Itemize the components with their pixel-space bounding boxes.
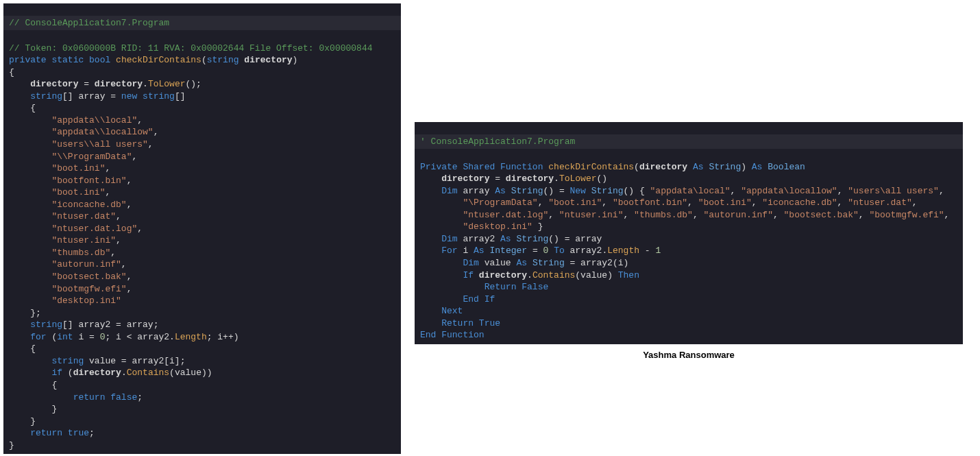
type: string — [30, 91, 62, 101]
string-literal: "bootfont.bin" — [613, 197, 687, 208]
string-literal: "\\ProgramData" — [51, 152, 132, 162]
string-literal: "boot.ini" — [698, 197, 752, 208]
string-literal: "ntuser.dat" — [848, 197, 912, 208]
string-literal: "ntuser.dat.log" — [51, 224, 137, 234]
method: ToLower — [148, 79, 186, 89]
string-literal: "autorun.inf" — [51, 259, 121, 269]
function-name: checkDirContains — [116, 55, 201, 65]
number: 1 — [655, 245, 661, 256]
number: 0 — [543, 245, 549, 256]
string-literal: "desktop.ini" — [51, 296, 121, 306]
keyword: New — [570, 186, 586, 196]
string-literal: "autorun.inf" — [704, 210, 773, 220]
keyword: False — [522, 282, 548, 292]
keyword: false — [110, 392, 137, 403]
identifier: directory — [30, 79, 78, 89]
property: Length — [175, 332, 207, 342]
yashma-caption: Yashma Ransomware — [415, 350, 963, 360]
function-name: checkDirContains — [548, 162, 634, 172]
code-comment: ' ConsoleApplication7.Program — [420, 136, 575, 147]
string-literal: "bootsect.bak" — [51, 272, 126, 282]
method: Contains — [127, 368, 169, 378]
string-literal: "desktop.ini" — [463, 221, 532, 232]
string-literal: "appdata\local" — [650, 186, 731, 196]
string-literal: "appdata\locallow" — [741, 186, 837, 196]
keyword: End — [463, 294, 478, 304]
code-comment: // Token: 0x0600000B RID: 11 RVA: 0x0000… — [9, 43, 373, 53]
type: string — [207, 55, 239, 65]
string-literal: "ntuser.ini" — [559, 210, 624, 220]
string-literal: "users\\all users" — [51, 139, 147, 149]
keyword: for — [30, 332, 46, 342]
string-literal: "thumbs.db" — [51, 248, 110, 258]
type: int — [57, 332, 73, 342]
string-literal: "boot.ini" — [51, 163, 105, 173]
type: Integer — [489, 245, 527, 256]
string-literal: "bootfont.bin" — [51, 176, 126, 186]
type: String — [709, 162, 741, 172]
property: Length — [607, 245, 639, 256]
keyword: As — [693, 162, 704, 172]
parameter: directory — [639, 162, 687, 172]
keyword: End — [420, 330, 436, 340]
string-literal: "boot.ini" — [51, 187, 105, 197]
string-literal: "users\all users" — [848, 186, 939, 196]
keyword: Function — [500, 162, 543, 172]
string-literal: "iconcache.db" — [51, 200, 126, 210]
string-literal: "iconcache.db" — [762, 197, 837, 208]
keyword: Shared — [463, 162, 495, 172]
string-literal: "bootsect.bak" — [784, 210, 859, 220]
keyword: Next — [441, 306, 463, 316]
string-literal: "ntuser.dat" — [51, 211, 116, 221]
keyword: For — [441, 245, 457, 256]
string-literal: "ntuser.dat.log" — [463, 210, 548, 220]
keyword: If — [463, 270, 474, 280]
code-comment: // ConsoleApplication7.Program — [9, 18, 169, 28]
keyword: To — [554, 245, 565, 256]
keyword: True — [479, 318, 500, 328]
method: ToLower — [559, 173, 597, 184]
string-literal: "bootmgfw.efi" — [869, 210, 944, 220]
string-literal: "bootmgfw.efi" — [51, 284, 126, 294]
keyword: Then — [618, 270, 639, 280]
string-literal: "\ProgramData" — [463, 197, 537, 208]
string-literal: "boot.ini" — [548, 197, 602, 208]
keyword: new — [121, 91, 137, 101]
identifier: directory — [441, 173, 489, 184]
type: Boolean — [768, 162, 805, 172]
type: bool — [89, 55, 110, 65]
keyword: Private — [420, 162, 458, 172]
yashma-code-panel: ' ConsoleApplication7.Program Private Sh… — [415, 122, 963, 344]
keyword: If — [485, 294, 495, 304]
solidbit-code-panel: // ConsoleApplication7.Program // Token:… — [3, 3, 401, 454]
keyword: static — [51, 55, 84, 65]
keyword: Function — [441, 330, 484, 340]
keyword: if — [51, 368, 62, 378]
keyword: private — [9, 55, 47, 65]
string-literal: "thumbs.db" — [634, 210, 693, 220]
keyword: Dim — [441, 186, 457, 196]
method: Contains — [532, 270, 575, 280]
keyword: Return — [485, 282, 517, 292]
parameter: directory — [244, 55, 292, 65]
string-literal: "appdata\\locallow" — [51, 127, 153, 137]
string-literal: "appdata\\local" — [51, 115, 137, 125]
keyword: return — [73, 392, 106, 403]
string-literal: "ntuser.ini" — [51, 235, 116, 245]
